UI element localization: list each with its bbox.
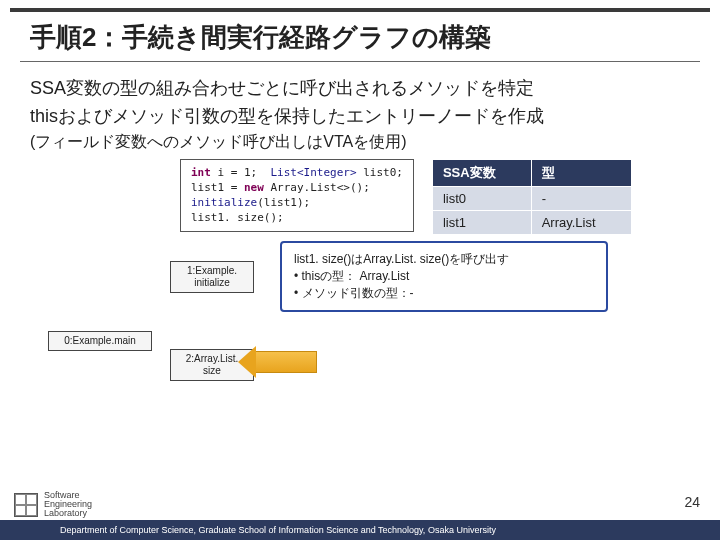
diagram-area: 1:Example. initialize 0:Example.main 2:A… (0, 241, 720, 411)
code-text: Array.List<>(); (264, 181, 370, 194)
body-line-3: (フィールド変数へのメソッド呼び出しはVTAを使用) (0, 128, 720, 153)
mid-row: int i = 1; List<Integer> list0; list1 = … (0, 153, 720, 235)
arrow-icon (255, 351, 317, 373)
callout-line: list1. size()はArray.List. size()を呼び出す (294, 251, 594, 268)
table-row: list1 Array.List (432, 211, 631, 235)
callout-box: list1. size()はArray.List. size()を呼び出す • … (280, 241, 608, 312)
slide-title: 手順2：手続き間実行経路グラフの構築 (0, 12, 720, 61)
node-example-initialize: 1:Example. initialize (170, 261, 254, 293)
th-type: 型 (531, 160, 631, 187)
table-header-row: SSA変数 型 (432, 160, 631, 187)
code-type: List<Integer> (270, 166, 356, 179)
logo-text: Software Engineering Laboratory (44, 491, 92, 518)
code-kw: new (244, 181, 264, 194)
logo-mark-icon (14, 493, 38, 517)
cell-ssa: list0 (432, 187, 531, 211)
page-number: 24 (684, 494, 700, 510)
callout-line: • thisの型： Array.List (294, 268, 594, 285)
cell-ssa: list1 (432, 211, 531, 235)
code-text: list0; (357, 166, 403, 179)
code-snippet: int i = 1; List<Integer> list0; list1 = … (180, 159, 414, 232)
code-text: list1 = (191, 181, 244, 194)
node-example-main: 0:Example.main (48, 331, 152, 351)
body-line-2: thisおよびメソッド引数の型を保持したエントリーノードを作成 (0, 100, 720, 128)
divider (20, 61, 700, 62)
ssa-table: SSA変数 型 list0 - list1 Array.List (432, 159, 632, 235)
code-text: list1. size(); (191, 211, 284, 224)
code-text: i = 1; (211, 166, 271, 179)
cell-type: - (531, 187, 631, 211)
cell-type: Array.List (531, 211, 631, 235)
code-text: (list1); (257, 196, 310, 209)
th-ssa: SSA変数 (432, 160, 531, 187)
lab-logo: Software Engineering Laboratory (14, 491, 92, 518)
body-line-1: SSA変数の型の組み合わせごとに呼び出されるメソッドを特定 (0, 72, 720, 100)
table-row: list0 - (432, 187, 631, 211)
footer-bar: Department of Computer Science, Graduate… (0, 520, 720, 540)
callout-line: • メソッド引数の型：- (294, 285, 594, 302)
code-kw: int (191, 166, 211, 179)
code-fn: initialize (191, 196, 257, 209)
